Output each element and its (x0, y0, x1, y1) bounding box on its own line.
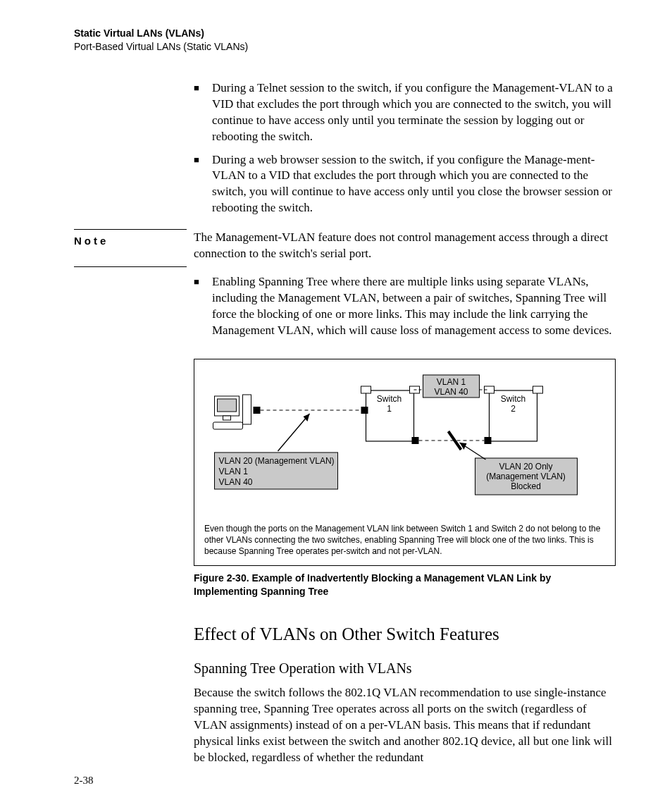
header-subtitle: Port-Based Virtual LANs (Static VLANs) (74, 40, 616, 54)
left-callout-l2: VLAN 1 (219, 467, 249, 476)
arrow-line (278, 414, 310, 451)
figure-body-note: Even though the ports on the Management … (204, 523, 605, 557)
note-rule-bottom (74, 266, 187, 267)
switch1-label-1: Switch (377, 394, 402, 404)
note-block: Note The Management-VLAN feature does no… (74, 229, 616, 267)
note-body: The Management-VLAN feature does not con… (194, 230, 616, 262)
monitor-screen-icon (218, 399, 237, 412)
figure-caption-text: Figure 2-30. Example of Inadvertently Bl… (194, 572, 551, 597)
list-item: During a web browser session to the swit… (194, 152, 616, 217)
switch2-label-2: 2 (511, 404, 516, 414)
diagram-svg: Switch 1 Switch 2 VLAN 1 VLAN 40 (204, 368, 605, 516)
port-icon (412, 437, 419, 444)
left-callout-l3: VLAN 40 (219, 477, 253, 487)
right-callout-l2: (Management VLAN) (486, 472, 566, 481)
list-item: Enabling Spanning Tree where there are m… (194, 274, 616, 339)
list-item: During a Telnet session to the switch, i… (194, 80, 616, 145)
tower-icon (243, 395, 251, 424)
note-label: Note (74, 230, 194, 248)
port-icon (361, 386, 371, 393)
figure-box: Switch 1 Switch 2 VLAN 1 VLAN 40 (194, 359, 616, 567)
bullet-list-mid: Enabling Spanning Tree where there are m… (194, 274, 616, 339)
right-callout-l3: Blocked (511, 481, 541, 491)
header-title: Static Virtual LANs (VLANs) (74, 27, 616, 40)
port-icon (361, 407, 368, 414)
bullet-list-top: During a Telnet session to the switch, i… (194, 80, 616, 217)
top-link-line1: VLAN 1 (437, 377, 466, 387)
page-number: 2-38 (74, 773, 94, 787)
right-callout-l1: VLAN 20 Only (499, 462, 552, 472)
page-header: Static Virtual LANs (VLANs) Port-Based V… (74, 27, 616, 54)
switch1-label-2: 1 (387, 404, 392, 414)
top-link-line2: VLAN 40 (434, 387, 468, 397)
section-heading-2: Spanning Tree Operation with VLANs (194, 659, 616, 678)
left-callout-l1: VLAN 20 (Management VLAN) (219, 456, 335, 466)
port-icon (254, 407, 261, 414)
monitor-stand-icon (223, 416, 231, 420)
port-icon (485, 437, 492, 444)
figure-caption: Figure 2-30. Example of Inadvertently Bl… (194, 572, 616, 598)
section-heading-1: Effect of VLANs on Other Switch Features (194, 622, 616, 646)
keyboard-icon (213, 422, 243, 429)
port-icon (533, 386, 543, 393)
body-paragraph: Because the switch follows the 802.1Q VL… (194, 685, 616, 766)
switch2-label-1: Switch (501, 394, 525, 404)
